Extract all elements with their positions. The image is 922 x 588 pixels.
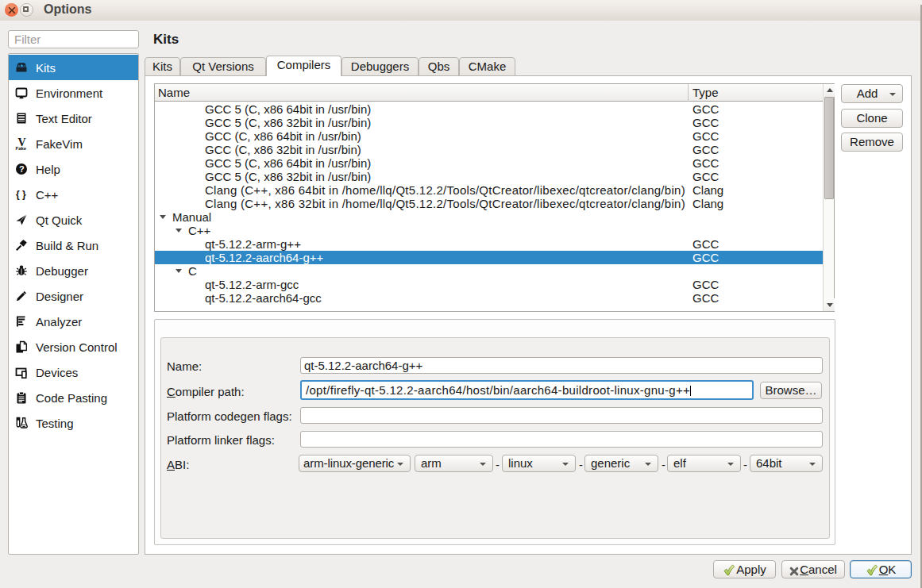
svg-text:Fake: Fake xyxy=(16,146,27,151)
svg-text:?: ? xyxy=(19,164,25,174)
svg-text:{ }: { } xyxy=(16,189,26,200)
